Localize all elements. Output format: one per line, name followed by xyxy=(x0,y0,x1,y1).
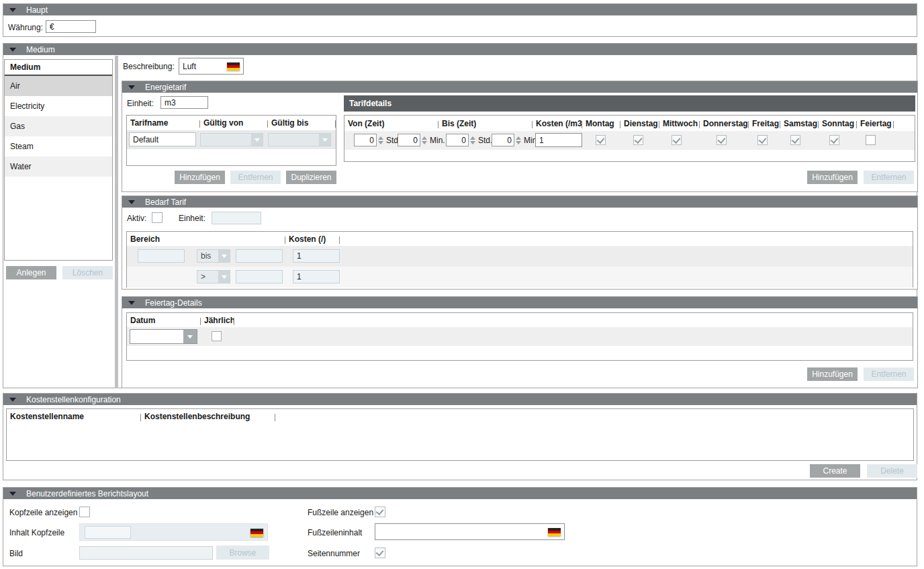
collapse-triangle-icon xyxy=(128,301,135,305)
list-item-gas[interactable]: Gas xyxy=(5,116,112,136)
delete-button: Delete xyxy=(867,464,917,478)
tarifname-value: Default xyxy=(133,135,158,144)
section-kostenstellen: Kostenstellenkonfiguration Kostenstellen… xyxy=(3,393,917,480)
kopfzeile-anzeigen-label: Kopfzeile anzeigen xyxy=(9,508,77,517)
bedarf-row-1: bis 1 xyxy=(127,246,913,267)
description-input[interactable]: Luft xyxy=(179,58,244,75)
col-von-zeit: Von (Zeit) xyxy=(344,119,438,128)
section-bedarf-header[interactable]: Bedarf Tarif xyxy=(122,196,917,208)
tarifdetails-header: Tarifdetails xyxy=(344,95,915,112)
freitag-checkbox xyxy=(757,135,768,145)
list-item-water[interactable]: Water xyxy=(5,157,112,177)
col-kosten: Kosten (/m3) xyxy=(533,119,582,128)
currency-label: Währung: xyxy=(8,23,43,32)
bereich-op-dropdown: bis xyxy=(197,249,230,263)
feiertag-table: Datum Jährlich xyxy=(126,312,913,361)
fusszeileninhalt-input[interactable] xyxy=(375,523,565,540)
von-minutes-spinner[interactable]: 0 Min. xyxy=(398,134,445,146)
tarifdetails-remove-button: Entfernen xyxy=(864,171,914,184)
mittwoch-checkbox xyxy=(672,135,682,145)
section-haupt-header[interactable]: Haupt xyxy=(3,4,917,15)
section-kostenstellen-header[interactable]: Kostenstellenkonfiguration xyxy=(3,394,917,405)
german-flag-icon[interactable] xyxy=(227,62,240,71)
chevron-down-icon[interactable] xyxy=(183,330,197,343)
sonntag-checkbox xyxy=(829,135,839,145)
von-hours-spinner[interactable]: 0 Std. xyxy=(354,134,400,146)
fusszeileninhalt-label: Fußzeileninhalt xyxy=(308,528,362,537)
browse-button: Browse xyxy=(216,545,269,560)
section-berichtslayout-header[interactable]: Benutzerdefiniertes Berichtslayout xyxy=(3,488,917,499)
spinner-arrows-icon[interactable] xyxy=(470,136,475,144)
gueltig-bis-dropdown xyxy=(268,133,331,146)
bereich-kosten2-input: 1 xyxy=(293,270,340,283)
tarifdetails-row: 0 Std. 0 Min. 0 Std. 0 xyxy=(344,131,915,150)
tariff-add-button[interactable]: Hinzufügen xyxy=(175,171,225,184)
section-energietarif-header[interactable]: Energietarif xyxy=(122,81,917,93)
kopfzeile-anzeigen-checkbox[interactable] xyxy=(79,507,90,517)
seitennummer-label: Seitennummer xyxy=(308,549,360,558)
feiertag-checkbox[interactable] xyxy=(866,135,876,145)
section-medium: Medium Medium Air Electricity Gas Steam … xyxy=(3,43,917,388)
col-bis-zeit: Bis (Zeit) xyxy=(438,119,533,128)
tariff-duplicate-button[interactable]: Duplizieren xyxy=(286,171,336,184)
bis-hours-spinner[interactable]: 0 Std. xyxy=(446,134,492,146)
splitter[interactable] xyxy=(115,56,118,388)
inhalt-kopfzeile-label: Inhalt Kopfzeile xyxy=(9,528,64,537)
col-jaehrlich: Jährlich xyxy=(201,316,234,325)
bedarf-unit-input xyxy=(212,212,261,224)
hours-suffix: Std. xyxy=(478,136,492,145)
donnerstag-checkbox xyxy=(717,135,727,145)
unit-label: Einheit: xyxy=(127,99,154,108)
bereich-kosten-value: 1 xyxy=(297,251,302,261)
german-flag-icon xyxy=(250,529,263,537)
anlegen-button[interactable]: Anlegen xyxy=(6,266,56,279)
datum-dropdown[interactable] xyxy=(130,329,197,344)
aktiv-checkbox[interactable] xyxy=(152,212,163,223)
collapse-triangle-icon xyxy=(9,398,16,402)
bereich-von-input xyxy=(138,249,185,263)
bereich-bis2-input xyxy=(236,270,283,283)
tarifname-input[interactable]: Default xyxy=(129,132,196,146)
section-berichtslayout: Benutzerdefiniertes Berichtslayout Kopfz… xyxy=(3,487,917,566)
bis-minutes-value[interactable]: 0 xyxy=(492,134,514,146)
col-mittwoch: Mittwoch xyxy=(659,119,700,128)
list-item-steam[interactable]: Steam xyxy=(5,136,112,157)
kosten-value: 1 xyxy=(539,136,544,145)
dienstag-checkbox xyxy=(633,135,643,145)
create-button[interactable]: Create xyxy=(810,464,860,478)
section-title: Medium xyxy=(26,45,55,54)
von-minutes-value[interactable]: 0 xyxy=(398,134,420,146)
german-flag-icon[interactable] xyxy=(548,528,561,536)
tariff-row: Default xyxy=(127,130,336,149)
col-sonntag: Sonntag xyxy=(819,119,857,128)
tarifdetails-add-button[interactable]: Hinzufügen xyxy=(807,171,858,184)
spinner-arrows-icon[interactable] xyxy=(422,136,427,144)
section-medium-header[interactable]: Medium xyxy=(3,44,917,55)
kostenstellen-table: Kostenstellenname Kostenstellenbeschreib… xyxy=(6,408,914,461)
kosten-input[interactable]: 1 xyxy=(535,133,582,147)
collapse-triangle-icon xyxy=(9,492,16,496)
feiertag-add-button[interactable]: Hinzufügen xyxy=(807,367,858,381)
chevron-down-icon xyxy=(218,271,230,283)
von-hours-value[interactable]: 0 xyxy=(354,134,377,146)
section-title: Kostenstellenkonfiguration xyxy=(26,395,121,404)
section-feiertag-header[interactable]: Feiertag-Details xyxy=(122,297,917,308)
spinner-arrows-icon[interactable] xyxy=(378,136,383,144)
unit-input[interactable]: m3 xyxy=(160,96,208,109)
currency-input[interactable]: € xyxy=(46,20,96,33)
list-item-air[interactable]: Air xyxy=(5,76,112,96)
bis-minutes-spinner[interactable]: 0 Min. xyxy=(492,134,539,146)
bis-hours-value[interactable]: 0 xyxy=(446,134,469,146)
col-kostenstellenbeschreibung: Kostenstellenbeschreibung xyxy=(141,412,275,421)
col-bereich: Bereich xyxy=(127,234,285,244)
app-window: Haupt Währung: € Medium Medium Air Elect… xyxy=(0,0,924,569)
tarifdetails-table: Von (Zeit) Bis (Zeit) Kosten (/m3) Monta… xyxy=(344,115,915,162)
minutes-suffix: Min. xyxy=(430,136,445,145)
bereich-bis-input xyxy=(236,249,283,263)
spinner-arrows-icon[interactable] xyxy=(516,136,521,144)
jaehrlich-checkbox[interactable] xyxy=(212,331,222,341)
bereich-kosten-input: 1 xyxy=(293,249,340,263)
list-item-electricity[interactable]: Electricity xyxy=(5,96,112,116)
section-haupt: Haupt Währung: € xyxy=(3,3,917,37)
section-bedarf-tarif: Bedarf Tarif Aktiv: Einheit: Bereich Kos… xyxy=(122,195,918,290)
